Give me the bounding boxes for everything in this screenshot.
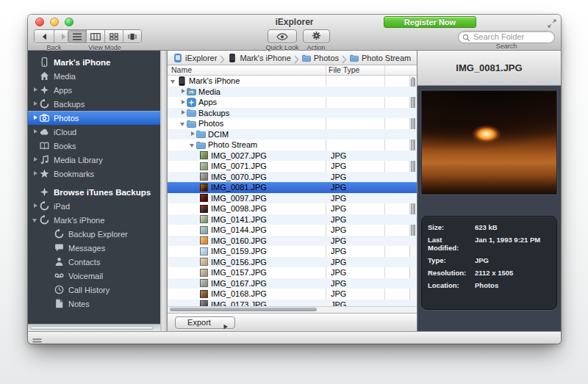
pane-splitter[interactable]	[160, 51, 168, 331]
file-name: IMG_0071.JPG	[211, 162, 267, 170]
sidebar-item-backups[interactable]: Backups	[28, 97, 160, 111]
back-arrow-icon	[41, 30, 47, 43]
disclosure-triangle-icon[interactable]	[180, 109, 187, 116]
table-row-img-0156-jpg[interactable]: IMG_0156.JPGJPG	[168, 257, 417, 268]
table-row-photos[interactable]: Photos	[168, 118, 417, 129]
table-row-media[interactable]: Media	[168, 87, 417, 98]
title-bar[interactable]: iExplorer Register Now	[28, 15, 561, 29]
sidebar-item-label: Mark's iPhone	[54, 216, 104, 225]
table-row-img-0141-jpg[interactable]: IMG_0141.JPGJPG	[168, 214, 417, 225]
sidebar-item-label: Photos	[54, 114, 79, 123]
file-name: IMG_0141.JPG	[211, 215, 267, 224]
disclosure-triangle-icon[interactable]	[190, 142, 196, 148]
disclosure-triangle-icon[interactable]	[32, 170, 39, 177]
column-header-file-type[interactable]: File Type	[329, 65, 359, 74]
sidebar-item-label: Apps	[54, 86, 72, 95]
sidebar-item-contacts[interactable]: Contacts	[43, 255, 160, 269]
quick-look-button[interactable]	[268, 29, 297, 43]
sidebar-header-browse-itunes-backups[interactable]: Browse iTunes Backups	[28, 185, 160, 199]
table-row-img-0081-jpg[interactable]: IMG_0081.JPGJPG	[168, 182, 417, 193]
table-row-dcim[interactable]: DCIM	[168, 129, 417, 140]
action-button[interactable]	[303, 29, 330, 43]
breadcrumb-item-iexplorer[interactable]: iExplorer	[171, 54, 220, 62]
table-row-mark-s-iphone[interactable]: Mark's iPhone	[168, 76, 417, 87]
sidebar-item-notes[interactable]: Notes	[43, 297, 160, 311]
file-type: JPG	[331, 258, 346, 267]
disclosure-triangle-icon[interactable]	[32, 115, 39, 121]
breadcrumb: iExplorerMark's iPhonePhotosPhoto Stream	[168, 51, 417, 65]
sidebar-item-mark-s-iphone[interactable]: Mark's iPhone	[28, 213, 160, 227]
info-value: Jan 1, 1993 9:21 PM	[475, 236, 540, 252]
disclosure-triangle-icon[interactable]	[190, 131, 196, 137]
sidebar-item-apps[interactable]: Apps	[28, 83, 160, 97]
table-row-backups[interactable]: Backups	[168, 108, 417, 119]
sidebar-item-icloud[interactable]: iCloud	[28, 125, 160, 139]
view-mode-columns-view-button[interactable]	[87, 30, 105, 43]
breadcrumb-item-mark-s-iphone[interactable]: Mark's iPhone	[225, 54, 293, 62]
table-row-photo-stream[interactable]: Photo Stream	[168, 140, 417, 151]
disclosure-triangle-icon[interactable]	[171, 78, 177, 84]
register-now-button[interactable]: Register Now	[384, 16, 476, 28]
sidebar-item-media-library[interactable]: Media Library	[28, 153, 160, 167]
sidebar-item-books[interactable]: Books	[28, 139, 160, 153]
back-button[interactable]	[35, 30, 54, 43]
book-icon	[39, 141, 49, 151]
search-group: Search	[458, 29, 555, 50]
breadcrumb-item-photos[interactable]: Photos	[299, 54, 342, 62]
table-row-img-0168-jpg[interactable]: IMG_0168.JPGJPG	[168, 289, 417, 300]
table-row-img-0097-jpg[interactable]: IMG_0097.JPGJPG	[168, 193, 417, 204]
disclosure-triangle-icon[interactable]	[180, 99, 187, 106]
breadcrumb-item-photo-stream[interactable]: Photo Stream	[347, 54, 414, 62]
sidebar-item-messages[interactable]: Messages	[43, 241, 160, 255]
view-mode-grid-view-button[interactable]	[105, 30, 123, 43]
view-mode-coverflow-view-button[interactable]	[123, 30, 141, 43]
table-row-img-0157-jpg[interactable]: IMG_0157.JPGJPG	[168, 267, 417, 278]
toolbar: Back View Mode Quick Look Action	[28, 29, 561, 50]
disclosure-triangle-icon[interactable]	[32, 217, 39, 223]
file-type: JPG	[331, 289, 346, 298]
disclosure-triangle-icon[interactable]	[180, 120, 187, 127]
fullscreen-icon[interactable]	[548, 18, 556, 26]
view-mode-list-view-button[interactable]	[68, 30, 87, 43]
table-row-img-0070-jpg[interactable]: IMG_0070.JPGJPG	[168, 172, 417, 183]
table-row-img-0098-jpg[interactable]: IMG_0098.JPGJPG	[168, 203, 417, 214]
table-row-img-0144-jpg[interactable]: IMG_0144.JPGJPG	[168, 225, 417, 236]
photo-preview[interactable]	[421, 90, 557, 195]
sidebar-scrollbar-thumb[interactable]	[30, 326, 154, 330]
disclosure-triangle-icon[interactable]	[180, 88, 187, 95]
grip-icon[interactable]	[32, 335, 42, 341]
sidebar-item-ipad[interactable]: iPad	[28, 199, 160, 213]
info-label: Location:	[428, 281, 475, 289]
sidebar-item-media[interactable]: Media	[28, 69, 160, 83]
sidebar-item-backup-explorer[interactable]: Backup Explorer	[43, 227, 160, 241]
sidebar-item-label: Messages	[68, 244, 105, 253]
disclosure-triangle-icon[interactable]	[32, 87, 39, 93]
sidebar-item-photos[interactable]: Photos	[28, 111, 160, 125]
export-button[interactable]: Export	[175, 316, 235, 329]
file-type: JPG	[331, 236, 346, 245]
desktop-background: iExplorer Register Now Back View Mode	[0, 0, 588, 384]
disclosure-triangle-icon[interactable]	[32, 203, 39, 209]
sidebar-item-voicemail[interactable]: Voicemail	[43, 269, 160, 283]
table-row-img-0027-jpg[interactable]: IMG_0027.JPGJPG	[168, 151, 417, 162]
search-input[interactable]	[458, 31, 555, 43]
disclosure-triangle-icon[interactable]	[32, 128, 39, 135]
file-thumbnail	[199, 278, 209, 288]
sidebar-horizontal-scrollbar[interactable]	[28, 324, 160, 331]
sidebar-header-mark-s-iphone[interactable]: Mark's iPhone	[28, 55, 160, 69]
horizontal-scrollbar[interactable]	[168, 306, 417, 313]
table-row-img-0160-jpg[interactable]: IMG_0160.JPGJPG	[168, 236, 417, 247]
search-icon	[462, 32, 470, 40]
sidebar-item-call-history[interactable]: Call History	[43, 283, 160, 297]
table-row-img-0159-jpg[interactable]: IMG_0159.JPGJPG	[168, 246, 417, 257]
table-row-img-0167-jpg[interactable]: IMG_0167.JPGJPG	[168, 278, 417, 289]
disclosure-triangle-icon[interactable]	[32, 156, 39, 163]
column-header-name[interactable]: Name	[171, 65, 192, 74]
sidebar-item-bookmarks[interactable]: Bookmarks	[28, 167, 160, 181]
table-row-apps[interactable]: Apps	[168, 97, 417, 108]
disclosure-triangle-icon[interactable]	[32, 101, 39, 107]
table-row-img-0071-jpg[interactable]: IMG_0071.JPGJPG	[168, 161, 417, 172]
file-name: IMG_0097.JPG	[211, 194, 267, 203]
horizontal-scrollbar-thumb[interactable]	[170, 308, 317, 311]
table-row-img-0173-jpg[interactable]: IMG_0173.JPGJPG	[168, 300, 417, 307]
